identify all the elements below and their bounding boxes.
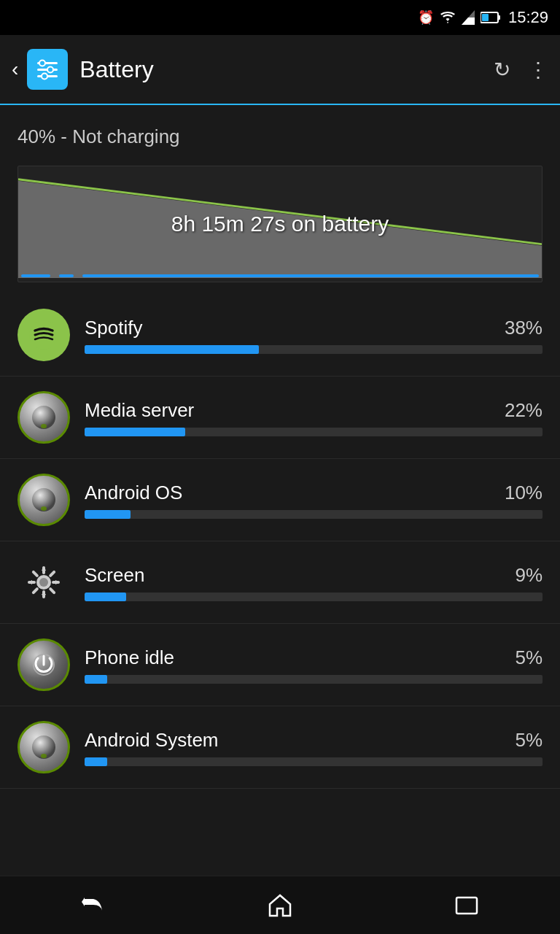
app-bar-bg (85, 593, 542, 601)
battery-graph: 8h 15m 27s on battery (18, 166, 542, 282)
list-item[interactable]: Spotify 38% (0, 294, 560, 377)
svg-point-14 (41, 424, 47, 428)
app-name-row: Android OS 10% (85, 482, 542, 504)
app-info: Android System 5% (85, 729, 542, 766)
app-bar-bg (85, 757, 542, 766)
toolbar-actions: ↻ ⋮ (494, 58, 548, 82)
alarm-icon: ⏰ (418, 9, 434, 26)
app-percent: 22% (505, 399, 542, 422)
app-name-row: Media server 22% (85, 399, 542, 422)
svg-point-29 (41, 754, 47, 758)
spotify-icon (18, 309, 70, 361)
app-info: Screen 9% (85, 564, 542, 601)
toolbar-icon (27, 49, 68, 90)
screen-icon (18, 556, 70, 609)
status-bar: ⏰ 15:29 (0, 0, 560, 35)
svg-rect-30 (456, 898, 477, 914)
more-options-button[interactable]: ⋮ (528, 58, 548, 82)
refresh-button[interactable]: ↻ (494, 58, 510, 82)
app-name-row: Android System 5% (85, 729, 542, 752)
app-info: Spotify 38% (85, 317, 542, 354)
app-name-row: Screen 9% (85, 564, 542, 587)
app-bar-bg (85, 510, 542, 519)
svg-point-18 (39, 578, 48, 587)
svg-marker-1 (462, 10, 475, 25)
app-name-row: Phone idle 5% (85, 647, 542, 669)
metal-icon (18, 474, 70, 526)
svg-point-16 (41, 506, 47, 511)
app-name: Android System (85, 729, 219, 752)
svg-point-12 (29, 320, 58, 350)
svg-rect-3 (498, 15, 500, 20)
app-bar-fill (85, 593, 126, 601)
status-time: 15:29 (508, 8, 548, 27)
bottom-nav (0, 876, 560, 934)
back-nav-icon (79, 895, 108, 916)
svg-rect-4 (482, 14, 489, 21)
app-percent: 5% (515, 647, 542, 669)
app-bar-bg (85, 345, 542, 354)
app-percent: 10% (505, 482, 542, 504)
wifi-icon (440, 11, 456, 24)
list-item[interactable]: Phone idle 5% (0, 624, 560, 706)
list-item[interactable]: Android System 5% (0, 706, 560, 789)
battery-status-text: 40% - Not charging (18, 126, 180, 147)
app-bar-fill (85, 510, 131, 519)
app-bar-bg (85, 428, 542, 436)
app-percent: 9% (515, 564, 542, 587)
svg-point-10 (42, 74, 47, 80)
power-icon (18, 638, 70, 691)
app-info: Media server 22% (85, 399, 542, 436)
recents-nav-icon (454, 895, 480, 916)
battery-status-icon (481, 12, 501, 23)
list-item[interactable]: Android OS 10% (0, 459, 560, 541)
app-percent: 5% (515, 729, 542, 752)
signal-icon (462, 10, 475, 25)
recents-nav-button[interactable] (423, 884, 510, 927)
app-list: Spotify 38% (0, 294, 560, 789)
battery-status-section: 40% - Not charging (0, 105, 560, 154)
app-name: Phone idle (85, 647, 174, 669)
app-name: Spotify (85, 317, 143, 339)
svg-point-9 (47, 67, 53, 73)
graph-time-label: 8h 15m 27s on battery (171, 212, 389, 236)
app-bar-fill (85, 757, 107, 766)
home-nav-button[interactable] (236, 884, 324, 927)
app-name: Media server (85, 399, 194, 422)
app-bar-fill (85, 428, 185, 436)
main-content: 40% - Not charging 8h 15m 27s on battery (0, 105, 560, 934)
status-icons: ⏰ (418, 9, 501, 26)
app-bar-fill (85, 345, 259, 354)
svg-line-24 (34, 572, 37, 576)
list-item[interactable]: Screen 9% (0, 541, 560, 624)
app-bar-bg (85, 675, 542, 684)
list-item[interactable]: Media server 22% (0, 377, 560, 459)
app-name: Screen (85, 564, 144, 587)
app-percent: 38% (505, 317, 542, 339)
svg-line-22 (34, 589, 37, 593)
app-info: Android OS 10% (85, 482, 542, 519)
app-name-row: Spotify 38% (85, 317, 542, 339)
settings-sliders-icon (34, 56, 61, 82)
svg-point-8 (39, 61, 45, 66)
page-title: Battery (79, 56, 494, 83)
back-nav-button[interactable] (50, 884, 137, 927)
metal-icon (18, 721, 70, 773)
svg-line-20 (50, 589, 54, 593)
toolbar: ‹ Battery ↻ ⋮ (0, 35, 560, 105)
home-nav-icon (267, 892, 293, 919)
metal-icon (18, 391, 70, 444)
app-info: Phone idle 5% (85, 647, 542, 684)
app-name: Android OS (85, 482, 182, 504)
back-button[interactable]: ‹ (12, 58, 18, 81)
app-bar-fill (85, 675, 107, 684)
svg-line-26 (50, 572, 54, 576)
